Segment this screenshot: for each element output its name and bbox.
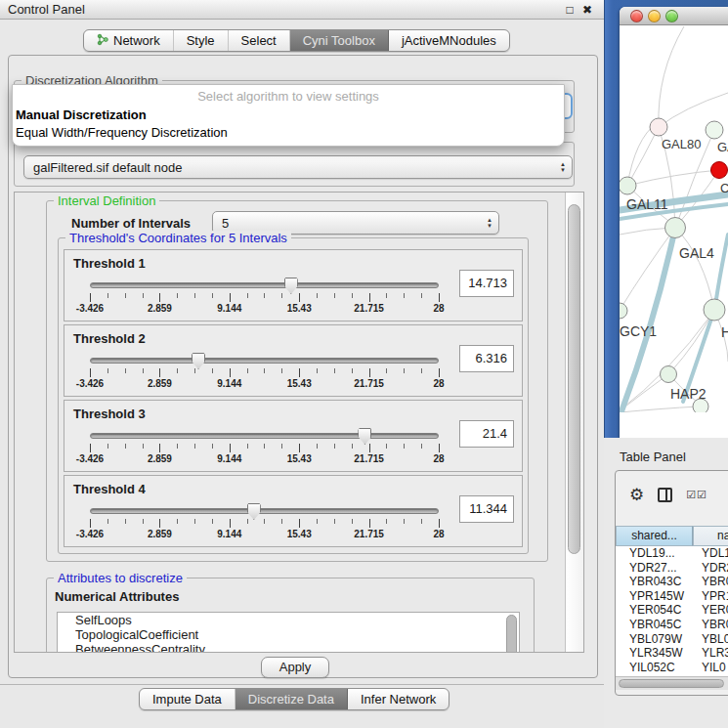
- network-window-titlebar[interactable]: [620, 7, 728, 25]
- control-panel-titlebar: Control Panel □ ✖: [0, 0, 604, 20]
- settings-scroll-pane: Interval Definition Number of Intervals …: [14, 192, 584, 653]
- tab-infer-network[interactable]: Infer Network: [348, 689, 449, 709]
- node-label: H: [721, 324, 728, 340]
- tab-jactivemnodules[interactable]: jActiveMNodules: [389, 30, 509, 51]
- interval-definition-label: Interval Definition: [54, 193, 159, 208]
- tab-network-label: Network: [113, 33, 160, 48]
- table-row[interactable]: YDL19...YDL1: [616, 546, 728, 561]
- threshold-2-slider[interactable]: [90, 358, 439, 364]
- table-horizontal-scrollbar[interactable]: [616, 676, 728, 690]
- table-row[interactable]: YBL079WYBL0: [616, 632, 728, 647]
- threshold-4-label: Threshold 4: [73, 482, 146, 496]
- table-body[interactable]: YDL19...YDL1 YDR27...YDR2 YBR043CYBR0 YP…: [616, 546, 728, 676]
- table-row[interactable]: YBR043CYBR0: [616, 575, 728, 589]
- network-node: [661, 366, 677, 383]
- tab-style[interactable]: Style: [174, 30, 229, 51]
- settings-scrollbar-track[interactable]: [565, 193, 583, 652]
- combo-stepper-icon: ▲▼: [560, 161, 566, 173]
- threshold-1-label: Threshold 1: [73, 256, 146, 271]
- table-panel: ⚙ ☑☑ shared... name YDL19...YDL1 YDR27..…: [615, 470, 728, 696]
- table-data-combobox[interactable]: galFiltered.sif default node ▲▼: [23, 155, 573, 179]
- list-scrollbar-thumb[interactable]: [506, 615, 517, 653]
- gear-icon[interactable]: ⚙: [629, 485, 644, 505]
- slider-scale-labels: -3.426 2.859 9.144 15.43 21.715 28: [90, 529, 439, 540]
- table-row[interactable]: YBR045CYBR0: [616, 618, 728, 632]
- network-node: [706, 121, 723, 139]
- node-label: C: [720, 181, 728, 195]
- threshold-4-value-field[interactable]: 11.344: [459, 495, 514, 523]
- network-tree-icon: [97, 33, 108, 49]
- numerical-attributes-label: Numerical Attributes: [55, 589, 179, 604]
- float-panel-icon[interactable]: □: [561, 3, 578, 17]
- threshold-1-value-field[interactable]: 14.713: [459, 270, 514, 297]
- close-panel-icon[interactable]: ✖: [578, 3, 596, 17]
- threshold-4-slider[interactable]: [90, 508, 439, 514]
- attributes-group: Attributes to discretize Numerical Attri…: [46, 578, 535, 653]
- top-tab-bar: Network Style Select Cyni Toolbox jActiv…: [83, 29, 510, 52]
- select-columns-checkboxes-icon[interactable]: ☑☑: [686, 489, 707, 501]
- table-row[interactable]: YLR345WYLR3: [616, 646, 728, 661]
- node-label: GAL80: [662, 137, 701, 151]
- tab-discretize-data[interactable]: Discretize Data: [236, 689, 348, 709]
- settings-scrollbar-thumb[interactable]: [568, 204, 580, 554]
- threshold-2-value-field[interactable]: 6.316: [459, 345, 514, 372]
- attributes-group-label: Attributes to discretize: [54, 571, 187, 585]
- network-node: [650, 118, 667, 136]
- bottom-tab-bar: Impute Data Discretize Data Infer Networ…: [139, 688, 450, 710]
- tab-select[interactable]: Select: [229, 30, 290, 51]
- number-of-intervals-value: 5: [222, 216, 229, 231]
- slider-ticks: [90, 368, 440, 377]
- table-row[interactable]: YIL052CYIL0: [616, 661, 728, 675]
- node-label: GAL11: [626, 196, 668, 212]
- node-label: GA: [717, 140, 728, 154]
- panel-title: Control Panel: [8, 2, 561, 17]
- dropdown-item-equal-width[interactable]: Equal Width/Frequency Discretization: [13, 124, 564, 142]
- table-row[interactable]: YDR27...YDR2: [616, 561, 728, 576]
- slider-ticks: [90, 444, 440, 452]
- combo-stepper-icon: ▲▼: [487, 217, 492, 229]
- list-item[interactable]: SelfLoops: [58, 613, 519, 627]
- threshold-1-slider[interactable]: [90, 282, 439, 288]
- tab-discretize-data-label: Discretize Data: [248, 692, 334, 707]
- numerical-attributes-list[interactable]: SelfLoops TopologicalCoefficient Between…: [57, 612, 520, 653]
- tab-network[interactable]: Network: [84, 30, 174, 51]
- columns-icon[interactable]: [658, 488, 672, 502]
- threshold-coordinates-label: Threshold's Coordinates for 5 Intervals: [65, 231, 291, 245]
- zoom-traffic-light-icon[interactable]: [665, 10, 678, 22]
- network-canvas[interactable]: GAL80 GA C GAL11 GAL4 GCY1 H HAP2: [620, 25, 728, 412]
- tab-cyni-toolbox[interactable]: Cyni Toolbox: [290, 30, 389, 51]
- tab-jactivemnodules-label: jActiveMNodules: [402, 33, 496, 48]
- tab-impute-data[interactable]: Impute Data: [140, 689, 236, 709]
- threshold-1-slider-thumb[interactable]: [284, 278, 298, 294]
- threshold-3-slider-thumb[interactable]: [358, 428, 371, 445]
- table-horizontal-scrollbar-thumb[interactable]: [619, 679, 724, 688]
- threshold-4-slider-thumb[interactable]: [247, 503, 261, 520]
- threshold-1-panel: Threshold 1 -3.426 2.859 9.144 15.43 21.…: [64, 249, 523, 321]
- threshold-3-value-field[interactable]: 21.4: [459, 420, 514, 448]
- threshold-2-label: Threshold 2: [73, 331, 146, 346]
- column-header-name[interactable]: name: [693, 526, 728, 546]
- algorithm-dropdown-popup: Select algorithm to view settings Manual…: [12, 84, 565, 147]
- threshold-2-slider-thumb[interactable]: [192, 353, 205, 369]
- network-node: [711, 162, 728, 179]
- network-window: GAL80 GA C GAL11 GAL4 GCY1 H HAP2: [620, 7, 728, 438]
- list-item[interactable]: TopologicalCoefficient: [58, 627, 519, 642]
- tab-select-label: Select: [241, 33, 277, 48]
- network-graph: GAL80 GA C GAL11 GAL4 GCY1 H HAP2: [620, 25, 728, 412]
- minimize-traffic-light-icon[interactable]: [648, 10, 661, 22]
- table-panel-area: Table Panel ⚙ ☑☑ shared... name YDL19...…: [604, 438, 728, 728]
- dropdown-item-manual[interactable]: Manual Discretization: [13, 107, 564, 124]
- apply-button[interactable]: Apply: [261, 657, 329, 678]
- column-header-shared-name[interactable]: shared...: [616, 526, 693, 546]
- table-row[interactable]: YER054CYER0: [616, 603, 728, 618]
- slider-scale-labels: -3.426 2.859 9.144 15.43 21.715 28: [90, 303, 439, 315]
- table-row[interactable]: YPR145WYPR1: [616, 589, 728, 604]
- node-label: GCY1: [620, 323, 657, 339]
- close-traffic-light-icon[interactable]: [630, 10, 643, 22]
- dropdown-placeholder-item[interactable]: Select algorithm to view settings: [13, 85, 564, 107]
- threshold-3-slider[interactable]: [90, 433, 439, 439]
- threshold-3-panel: Threshold 3 -3.426 2.859 9.144 15.43 21.…: [64, 400, 523, 472]
- node-label: GAL4: [679, 245, 714, 261]
- threshold-2-panel: Threshold 2 -3.426 2.859 9.144 15.43 21.…: [64, 324, 523, 397]
- list-item[interactable]: BetweennessCentrality: [58, 642, 519, 653]
